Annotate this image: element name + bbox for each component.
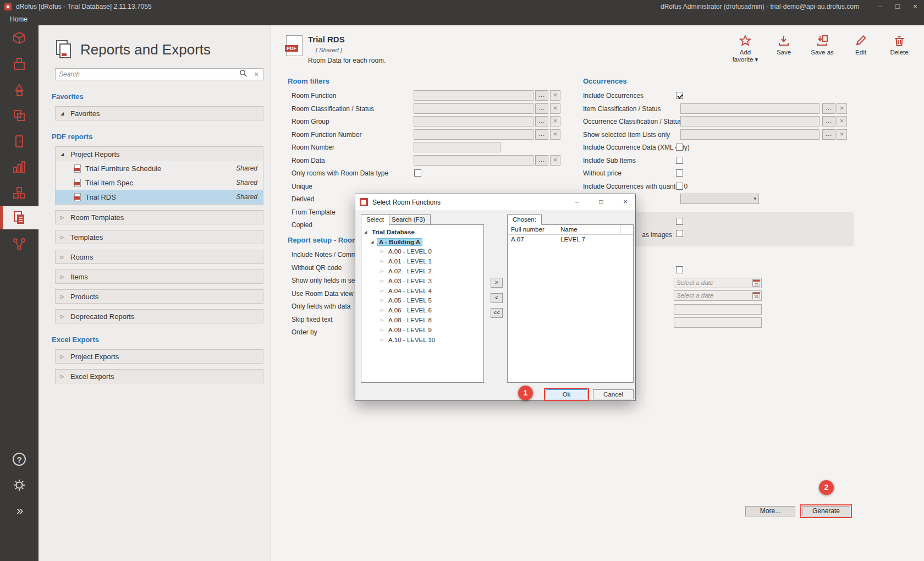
room-number-input[interactable] [414,142,501,152]
report-item-trial-furniture-schedule[interactable]: Trial Furniture Schedule Shared [56,161,263,175]
more-button[interactable]: More... [745,506,795,516]
help-icon[interactable]: ? [0,448,38,471]
move-remove-all-button[interactable]: << [491,308,503,318]
clear-button[interactable]: × [550,90,560,101]
tree-item-level-3[interactable]: ▷ A.03 - LEVEL 3 [361,276,483,286]
maximize-icon[interactable]: □ [889,0,906,13]
date-filter-checkbox[interactable] [676,266,683,273]
date-to-field[interactable]: Select a date 15 [674,290,762,301]
delete-button[interactable]: Delete [883,31,915,63]
extra-field-1[interactable] [674,304,762,315]
tree-item-level-10[interactable]: ▷ A.10 - LEVEL 10 [361,335,483,345]
chevron-right-icon[interactable]: ▷ [381,328,387,332]
browse-button[interactable]: ... [535,129,548,140]
nav-reports-icon[interactable] [0,206,38,229]
add-favorite-button[interactable]: Addfavorite ▾ [729,31,761,63]
occurrence-classification-input[interactable] [680,116,820,127]
room-group-input[interactable] [414,116,534,127]
column-header-full-number[interactable]: Full number [508,225,557,234]
edit-button[interactable]: Edit [845,31,877,63]
tree-item-level-8[interactable]: ▷ A.08 - LEVEL 8 [361,315,483,325]
tree-item-level-1[interactable]: ▷ A.01 - LEVEL 1 [361,256,483,266]
nav-network-icon[interactable] [0,233,38,256]
chevron-right-icon[interactable]: ▷ [381,318,387,322]
expander-icon[interactable]: ◢ [61,111,66,116]
nav-products-icon[interactable] [0,182,38,205]
expander-icon[interactable]: ◢ [364,230,370,234]
ok-button[interactable]: Ok [546,389,587,399]
chevron-right-icon[interactable]: ▷ [61,374,66,379]
group-favorites[interactable]: ◢ Favorites [55,106,263,120]
group-room-templates[interactable]: ▷ Room Templates [55,210,263,224]
chevron-right-icon[interactable]: ▷ [61,274,66,279]
room-data-input[interactable] [414,155,534,166]
chevron-right-icon[interactable]: ▷ [381,289,387,293]
room-function-number-input[interactable] [414,129,534,140]
include-sub-items-checkbox[interactable] [676,157,683,164]
extra-field-2[interactable] [674,317,762,328]
include-occurrences-checkbox[interactable] [676,92,683,99]
close-icon[interactable]: × [906,0,924,13]
nav-projects-icon[interactable] [0,26,38,50]
clear-button[interactable]: × [837,129,847,140]
room-classification-input[interactable] [414,103,534,114]
group-items[interactable]: ▷ Items [55,270,263,284]
room-function-input[interactable] [414,90,534,101]
chevron-right-icon[interactable]: ▷ [381,298,387,302]
tab-search[interactable]: Search (F3) [386,215,431,225]
group-templates[interactable]: ▷ Templates [55,230,263,244]
chevron-right-icon[interactable]: ▷ [61,255,66,260]
clear-button[interactable]: × [837,116,847,127]
clear-button[interactable]: × [550,155,560,166]
save-button[interactable]: Save [768,31,800,63]
group-products[interactable]: ▷ Products [55,289,263,304]
calendar-icon[interactable]: 15 [752,292,760,299]
expander-icon[interactable]: ◢ [61,152,66,157]
chevron-right-icon[interactable]: ▷ [381,259,387,263]
quantity-zero-checkbox[interactable] [676,183,683,190]
move-remove-button[interactable]: < [491,293,503,303]
dialog-maximize-icon[interactable]: □ [591,194,611,210]
browse-button[interactable]: ... [535,116,548,127]
group-excel-exports[interactable]: ▷ Excel Exports [55,369,263,383]
chevron-right-icon[interactable]: ▷ [61,294,66,299]
nav-doors-icon[interactable] [0,130,38,153]
nav-systems-icon[interactable] [0,156,38,179]
clear-button[interactable]: × [550,103,560,114]
only-room-data-type-checkbox[interactable] [414,169,421,177]
group-project-reports-header[interactable]: ◢ Project Reports [56,147,263,161]
clear-button[interactable]: × [550,116,560,127]
dialog-titlebar[interactable]: Select Room Functions – □ × [355,194,635,210]
as-images-checkbox[interactable] [676,230,683,237]
generate-button[interactable]: Generate [802,506,850,516]
occurrence-data-xml-checkbox[interactable] [676,144,683,151]
search-input[interactable] [56,70,237,78]
nav-components-icon[interactable] [0,104,38,127]
tree-item-level-0[interactable]: ▷ A.00 - LEVEL 0 [361,247,483,257]
chosen-row[interactable]: A.07 LEVEL 7 [508,235,633,245]
settings-gear-icon[interactable] [0,474,38,497]
tree-item-level-9[interactable]: ▷ A.09 - LEVEL 9 [361,325,483,335]
menu-home[interactable]: Home [10,15,28,23]
report-item-trial-rds[interactable]: Trial RDS Shared [56,190,263,204]
minimize-icon[interactable]: – [871,0,889,13]
report-item-trial-item-spec[interactable]: Trial Item Spec Shared [56,175,263,190]
nav-buildings-icon[interactable] [0,52,38,75]
tree-item-level-5[interactable]: ▷ A.05 - LEVEL 5 [361,296,483,306]
expand-sidebar-icon[interactable]: » [0,499,38,522]
chosen-list[interactable]: Full number Name A.07 LEVEL 7 [507,224,634,383]
browse-button[interactable]: ... [535,103,548,114]
without-price-checkbox[interactable] [676,169,683,177]
group-project-exports[interactable]: ▷ Project Exports [55,349,263,364]
tree-item-root[interactable]: ◢ Trial Database [361,227,483,237]
tree-item-building-a[interactable]: ◢ A - Building A [361,237,483,247]
nav-models-icon[interactable] [0,78,38,101]
browse-button[interactable]: ... [822,116,835,127]
clear-button[interactable]: × [837,103,847,114]
tree-item-level-4[interactable]: ▷ A.04 - LEVEL 4 [361,286,483,296]
move-add-button[interactable]: > [491,278,503,288]
browse-button[interactable]: ... [822,129,835,140]
occurrences-dropdown[interactable]: ▾ [680,194,759,204]
pictures-checkbox[interactable] [676,218,683,225]
search-icon[interactable] [237,69,250,79]
